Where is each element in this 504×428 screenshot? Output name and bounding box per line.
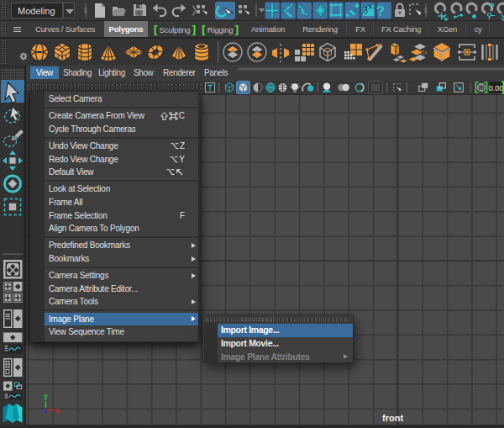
svg-text:y: y	[44, 392, 48, 400]
svg-text:0.00: 0.00	[489, 84, 504, 92]
svg-text:x: x	[55, 406, 59, 415]
svg-text:?: ?	[376, 3, 385, 19]
svg-text:z: z	[43, 406, 47, 415]
